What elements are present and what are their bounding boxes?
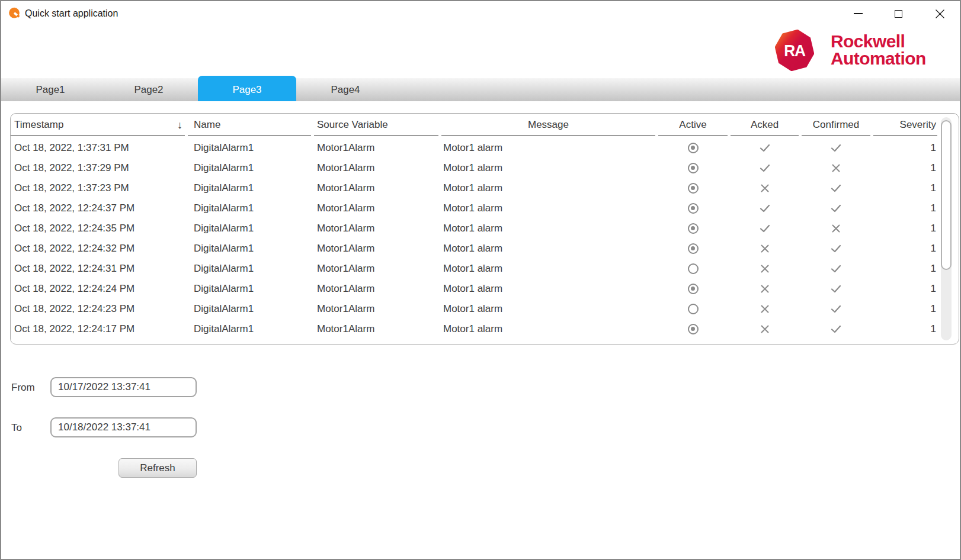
cell-source-variable: Motor1Alarm [314, 243, 438, 255]
cell-timestamp: Oct 18, 2022, 12:24:23 PM [11, 303, 185, 315]
cell-active-indicator [658, 223, 728, 234]
column-header-name[interactable]: Name [188, 114, 311, 136]
cell-confirmed-indicator [802, 224, 870, 233]
rockwell-monogram-logo: RA [775, 30, 814, 71]
cell-source-variable: Motor1Alarm [314, 283, 438, 295]
app-logo-icon [8, 7, 21, 20]
tab-page1[interactable]: Page1 [1, 76, 100, 101]
cell-severity: 1 [873, 303, 937, 315]
check-icon [759, 163, 771, 173]
rockwell-wordmark: Rockwell Automation [831, 33, 926, 67]
cell-source-variable: Motor1Alarm [314, 162, 438, 174]
column-header-message[interactable]: Message [441, 114, 655, 136]
cell-name: DigitalAlarm1 [188, 243, 311, 255]
table-row[interactable]: Oct 18, 2022, 12:24:24 PMDigitalAlarm1Mo… [11, 279, 937, 299]
check-icon [759, 224, 771, 233]
table-row[interactable]: Oct 18, 2022, 12:24:32 PMDigitalAlarm1Mo… [11, 239, 937, 259]
cell-name: DigitalAlarm1 [188, 182, 311, 194]
minimize-icon [854, 13, 863, 14]
table-rows: Oct 18, 2022, 1:37:31 PMDigitalAlarm1Mot… [11, 138, 937, 339]
alarm-history-table: Timestamp ↓ Name Source Variable Message… [10, 113, 959, 345]
cross-icon [760, 244, 770, 253]
column-header-timestamp[interactable]: Timestamp ↓ [11, 114, 185, 136]
scrollbar-thumb[interactable] [941, 120, 952, 270]
refresh-button[interactable]: Refresh [118, 458, 197, 478]
table-header-row: Timestamp ↓ Name Source Variable Message… [11, 114, 937, 136]
column-header-acked[interactable]: Acked [731, 114, 799, 136]
cell-name: DigitalAlarm1 [188, 223, 311, 234]
table-row[interactable]: Oct 18, 2022, 1:37:31 PMDigitalAlarm1Mot… [11, 138, 937, 158]
cell-acked-indicator [731, 284, 799, 294]
cell-name: DigitalAlarm1 [188, 323, 311, 335]
cell-severity: 1 [873, 283, 937, 295]
cell-confirmed-indicator [802, 143, 870, 153]
check-icon [830, 264, 842, 273]
check-icon [830, 204, 842, 213]
wordmark-line1: Rockwell [831, 33, 926, 50]
cross-icon [760, 304, 770, 314]
cell-acked-indicator [731, 143, 799, 153]
tab-page3-active[interactable]: Page3 [198, 76, 296, 101]
cell-active-indicator [658, 203, 728, 214]
table-row[interactable]: Oct 18, 2022, 12:24:37 PMDigitalAlarm1Mo… [11, 198, 937, 218]
cell-timestamp: Oct 18, 2022, 1:37:31 PM [11, 142, 185, 154]
wordmark-line2: Automation [831, 50, 926, 67]
check-icon [759, 204, 771, 213]
table-row[interactable]: Oct 18, 2022, 1:37:23 PMDigitalAlarm1Mot… [11, 178, 937, 198]
cell-acked-indicator [731, 204, 799, 213]
radio-on-icon [688, 163, 699, 173]
cell-source-variable: Motor1Alarm [314, 182, 438, 194]
cell-confirmed-indicator [802, 184, 870, 193]
cell-name: DigitalAlarm1 [188, 202, 311, 214]
cell-acked-indicator [731, 184, 799, 193]
check-icon [830, 143, 842, 153]
table-row[interactable]: Oct 18, 2022, 12:24:17 PMDigitalAlarm1Mo… [11, 319, 937, 339]
cell-source-variable: Motor1Alarm [314, 323, 438, 335]
cell-confirmed-indicator [802, 204, 870, 213]
table-row[interactable]: Oct 18, 2022, 12:24:31 PMDigitalAlarm1Mo… [11, 259, 937, 279]
from-date-input[interactable] [50, 377, 197, 397]
cell-acked-indicator [731, 304, 799, 314]
cell-active-indicator [658, 324, 728, 334]
column-header-active[interactable]: Active [658, 114, 728, 136]
cell-confirmed-indicator [802, 284, 870, 294]
table-row[interactable]: Oct 18, 2022, 1:37:29 PMDigitalAlarm1Mot… [11, 158, 937, 178]
cross-icon [831, 224, 841, 233]
cell-message: Motor1 alarm [441, 263, 655, 275]
cell-severity: 1 [873, 243, 937, 255]
cell-name: DigitalAlarm1 [188, 142, 311, 154]
cell-severity: 1 [873, 323, 937, 335]
cross-icon [760, 284, 770, 294]
cell-name: DigitalAlarm1 [188, 263, 311, 275]
to-label: To [11, 422, 22, 434]
table-row[interactable]: Oct 18, 2022, 12:24:23 PMDigitalAlarm1Mo… [11, 299, 937, 319]
window-title: Quick start application [25, 1, 118, 26]
column-header-source-variable[interactable]: Source Variable [314, 114, 438, 136]
cell-timestamp: Oct 18, 2022, 1:37:23 PM [11, 182, 185, 194]
title-bar: Quick start application [1, 1, 960, 26]
close-button[interactable] [930, 5, 949, 22]
cell-source-variable: Motor1Alarm [314, 142, 438, 154]
cell-acked-indicator [731, 163, 799, 173]
cell-severity: 1 [873, 263, 937, 275]
cell-message: Motor1 alarm [441, 162, 655, 174]
cell-confirmed-indicator [802, 324, 870, 334]
check-icon [830, 324, 842, 334]
cell-source-variable: Motor1Alarm [314, 223, 438, 234]
column-header-confirmed[interactable]: Confirmed [802, 114, 870, 136]
vertical-scrollbar[interactable] [941, 117, 952, 340]
column-header-severity[interactable]: Severity [873, 114, 937, 136]
tab-page4[interactable]: Page4 [296, 76, 395, 101]
to-date-input[interactable] [50, 417, 197, 437]
tab-page2[interactable]: Page2 [100, 76, 198, 101]
check-icon [759, 143, 771, 153]
table-row[interactable]: Oct 18, 2022, 12:24:35 PMDigitalAlarm1Mo… [11, 218, 937, 239]
maximize-button[interactable] [889, 5, 908, 22]
from-label: From [11, 382, 35, 394]
check-icon [830, 284, 842, 294]
cell-confirmed-indicator [802, 264, 870, 273]
minimize-button[interactable] [848, 5, 867, 22]
cell-acked-indicator [731, 244, 799, 253]
cross-icon [760, 264, 770, 273]
cell-active-indicator [658, 284, 728, 294]
